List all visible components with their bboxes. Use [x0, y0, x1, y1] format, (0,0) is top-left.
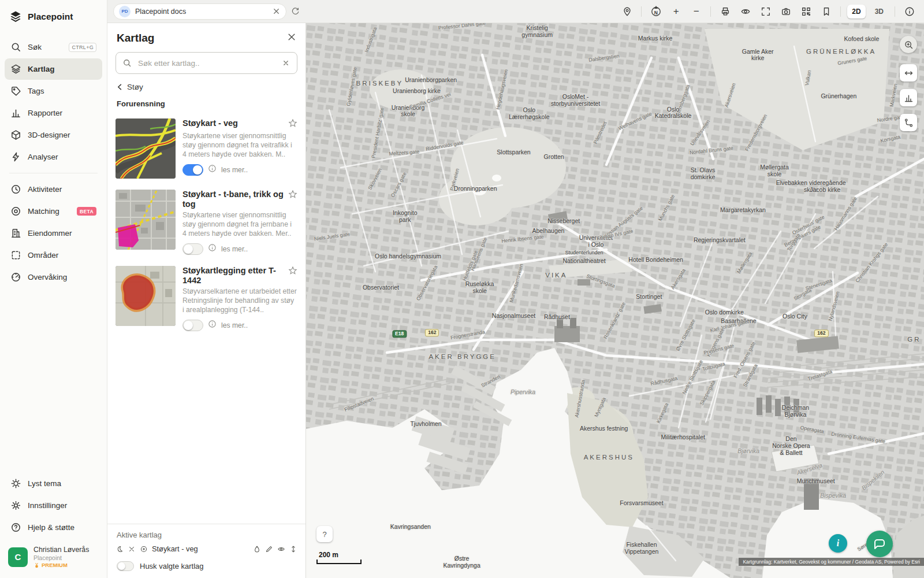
- visibility-icon[interactable]: [277, 545, 285, 553]
- user-info: Christian Løverås Placepoint PREMIUM: [33, 546, 89, 569]
- bookmark-button[interactable]: [818, 3, 834, 19]
- sidebar-item-label: Søk: [28, 43, 42, 51]
- print-button[interactable]: [717, 3, 733, 19]
- sidebar: Placepoint Søk CTRL+G Kartlag Tags Rappo…: [0, 0, 107, 578]
- route-tool-button[interactable]: [900, 114, 917, 131]
- compass-button[interactable]: N: [648, 3, 664, 19]
- zoom-out-button[interactable]: −: [688, 3, 704, 19]
- active-layers-title: Aktive kartlag: [107, 528, 305, 540]
- sidebar-item-overvaking[interactable]: Overvåking: [5, 266, 102, 288]
- map-help-button[interactable]: ?: [316, 526, 333, 542]
- sidebar-item-kartlag[interactable]: Kartlag: [5, 58, 102, 80]
- sidebar-item-hjelp[interactable]: Hjelp & støtte: [5, 517, 102, 538]
- map-chart-button[interactable]: [900, 89, 917, 106]
- view-3d-button[interactable]: 3D: [870, 5, 888, 18]
- eye-icon: [740, 6, 751, 17]
- sidebar-item-innstillinger[interactable]: Innstillinger: [5, 495, 102, 516]
- layer-info-icon[interactable]: [208, 243, 217, 254]
- info-button[interactable]: [901, 3, 917, 19]
- sidebar-item-label: Eiendommer: [28, 229, 72, 238]
- sidebar-item-label: Innstillinger: [28, 501, 67, 510]
- sidebar-item-tags[interactable]: Tags: [5, 80, 102, 102]
- tag-icon: [10, 86, 21, 97]
- sidebar-spacer: [0, 288, 107, 468]
- help-circle-icon: [10, 522, 21, 533]
- sidebar-item-rapporter[interactable]: Rapporter: [5, 102, 102, 124]
- close-panel-icon[interactable]: [287, 32, 296, 44]
- close-doc-icon[interactable]: [272, 7, 281, 16]
- sidebar-item-label: Matching: [28, 207, 59, 216]
- layer-toggle[interactable]: [182, 243, 203, 255]
- visibility-button[interactable]: [737, 3, 753, 19]
- remember-layers-label: Husk valgte kartlag: [140, 562, 204, 570]
- layer-description: Støykartene viser gjennomsnittlig støy g…: [182, 132, 297, 160]
- printer-icon: [720, 6, 731, 17]
- layer-search-input[interactable]: [137, 58, 276, 68]
- search-icon: [122, 58, 132, 68]
- remove-layer-icon[interactable]: [128, 545, 136, 553]
- layer-info-icon[interactable]: [208, 320, 217, 331]
- active-layer-row[interactable]: Støykart - veg: [107, 540, 305, 557]
- user-name: Christian Løverås: [33, 546, 89, 554]
- sidebar-item-eiendommer[interactable]: Eiendommer: [5, 223, 102, 244]
- sidebar-item-3d-designer[interactable]: 3D-designer: [5, 124, 102, 146]
- reorder-icon[interactable]: [289, 545, 297, 553]
- favorite-star-icon[interactable]: [288, 190, 297, 201]
- app-logo[interactable]: Placepoint: [0, 0, 107, 31]
- qr-button[interactable]: [798, 3, 814, 19]
- sidebar-item-sok[interactable]: Søk CTRL+G: [5, 36, 102, 58]
- sidebar-item-analyser[interactable]: Analyser: [5, 146, 102, 168]
- screenshot-button[interactable]: [778, 3, 793, 19]
- sidebar-item-label: Lyst tema: [28, 479, 61, 488]
- view-2d-button[interactable]: 2D: [847, 5, 865, 18]
- read-more-link[interactable]: les mer..: [221, 166, 248, 174]
- active-layers-section: Aktive kartlag Støykart - veg Husk valgt…: [107, 524, 305, 578]
- fullscreen-button[interactable]: [758, 3, 773, 19]
- sidebar-item-label: Kartlag: [28, 65, 55, 73]
- edit-icon[interactable]: [265, 545, 273, 553]
- document-chip[interactable]: PD Placepoint docs: [113, 3, 286, 20]
- refresh-doc-icon[interactable]: [291, 7, 300, 16]
- sidebar-item-omrader[interactable]: Områder: [5, 244, 102, 266]
- layer-info-icon[interactable]: [208, 164, 217, 175]
- info-fab-button[interactable]: i: [829, 534, 847, 553]
- layer-card-t1442[interactable]: Støykartlegging etter T-1442 Støyvarselk…: [107, 260, 305, 336]
- layer-card-tbane[interactable]: Støykart - t-bane, trikk og tog Støykart…: [107, 184, 305, 260]
- map-canvas: [306, 23, 924, 578]
- clock-icon: [10, 184, 21, 195]
- sidebar-item-matching[interactable]: Matching BETA: [5, 201, 102, 222]
- magnifier-icon: [904, 40, 914, 50]
- layer-list: Støykart - veg Støykartene viser gjennom…: [107, 110, 305, 524]
- avatar: C: [8, 547, 28, 567]
- sidebar-item-label: Overvåking: [28, 273, 67, 281]
- map-viewport[interactable]: Professor Dahls gateKristelig gymnasiumM…: [306, 23, 924, 578]
- sidebar-item-aktiviteter[interactable]: Aktiviteter: [5, 179, 102, 200]
- sidebar-item-label: 3D-designer: [28, 131, 70, 139]
- bar-chart-icon: [10, 108, 21, 118]
- favorite-star-icon[interactable]: [288, 266, 297, 277]
- map-attribution: Kartgrunnlag: Kartverket, Geovekst og ko…: [739, 558, 924, 566]
- zoom-in-button[interactable]: +: [668, 3, 684, 19]
- favorite-star-icon[interactable]: [288, 118, 297, 130]
- layer-toggle[interactable]: [182, 164, 203, 176]
- layer-toggle[interactable]: [182, 320, 203, 331]
- read-more-link[interactable]: les mer..: [221, 321, 248, 329]
- clear-search-icon[interactable]: [281, 58, 290, 68]
- locate-layer-icon[interactable]: [140, 545, 148, 553]
- sidebar-item-label: Tags: [28, 87, 44, 95]
- back-breadcrumb[interactable]: Støy: [107, 76, 305, 91]
- doc-title: Placepoint docs: [135, 8, 267, 16]
- location-pin-button[interactable]: [619, 3, 635, 19]
- map-search-button[interactable]: [900, 36, 917, 53]
- opacity-icon[interactable]: [253, 545, 261, 553]
- chat-fab-button[interactable]: [866, 531, 893, 557]
- sidebar-item-lyst-tema[interactable]: Lyst tema: [5, 473, 102, 494]
- sidebar-item-label: Rapporter: [28, 109, 62, 117]
- remember-layers-toggle[interactable]: [117, 561, 134, 571]
- swipe-compare-button[interactable]: [900, 64, 917, 81]
- location-pin-icon: [622, 6, 632, 17]
- read-more-link[interactable]: les mer..: [221, 245, 248, 253]
- layer-card-veg[interactable]: Støykart - veg Støykartene viser gjennom…: [107, 113, 305, 184]
- moon-icon[interactable]: [116, 545, 124, 553]
- user-card[interactable]: C Christian Løverås Placepoint PREMIUM: [0, 539, 107, 578]
